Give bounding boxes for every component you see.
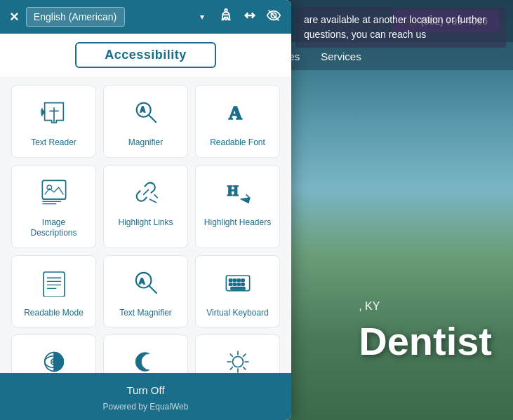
svg-rect-36: [231, 287, 245, 289]
language-dropdown-wrapper: English (American) Spanish French: [26, 7, 211, 27]
feature-monochrome[interactable]: Monochrome: [11, 334, 96, 373]
nav-services[interactable]: Services: [321, 50, 361, 62]
close-button[interactable]: ×: [10, 9, 19, 25]
turn-off-button[interactable]: Turn Off: [8, 381, 283, 399]
svg-text:A: A: [140, 106, 145, 114]
svg-line-5: [149, 115, 156, 122]
virtual-keyboard-label: Virtual Keyboard: [206, 308, 269, 319]
virtual-keyboard-icon: [224, 269, 252, 301]
panel-body: Text Reader A Magnifier A: [0, 76, 291, 373]
svg-line-46: [230, 355, 232, 357]
svg-marker-18: [241, 198, 250, 203]
header-icons: [218, 8, 281, 27]
svg-rect-33: [233, 283, 236, 285]
svg-rect-34: [237, 283, 240, 285]
readable-mode-icon: [40, 269, 68, 301]
feature-highlight-headers[interactable]: H Highlight Headers: [195, 165, 280, 248]
svg-text:H: H: [227, 183, 239, 198]
magnifier-icon: A: [132, 98, 160, 130]
svg-point-41: [232, 357, 243, 367]
svg-text:A: A: [139, 276, 145, 285]
svg-line-47: [243, 367, 245, 370]
readable-mode-label: Readable Mode: [24, 308, 84, 319]
feature-magnifier[interactable]: A Magnifier: [103, 85, 188, 158]
feature-highlight-links[interactable]: Highlight Links: [103, 165, 188, 248]
feature-readable-font[interactable]: A Readable Font: [195, 85, 280, 158]
svg-line-13: [149, 199, 156, 203]
svg-rect-29: [233, 279, 236, 281]
panel-footer: Turn Off Powered by EqualWeb: [0, 373, 291, 420]
language-select[interactable]: English (American) Spanish French: [26, 7, 125, 27]
svg-point-0: [225, 8, 227, 11]
dark-high-contrast-icon: [132, 348, 160, 373]
accessibility-icon[interactable]: [218, 8, 234, 27]
website-hero: , KY Dentist: [359, 300, 492, 364]
feature-virtual-keyboard[interactable]: Virtual Keyboard: [195, 255, 280, 328]
svg-line-25: [149, 286, 156, 293]
svg-rect-8: [42, 180, 65, 199]
svg-point-40: [53, 361, 55, 363]
svg-rect-30: [237, 279, 240, 281]
monochrome-icon: [40, 348, 68, 373]
features-grid: Text Reader A Magnifier A: [11, 85, 280, 373]
hide-icon[interactable]: [266, 8, 281, 27]
text-magnifier-label: Text Magnifier: [119, 308, 172, 319]
panel-header: × English (American) Spanish French: [0, 0, 291, 34]
svg-line-48: [243, 355, 245, 357]
bright-high-contrast-icon: [224, 348, 252, 373]
feature-text-magnifier[interactable]: A Text Magnifier: [103, 255, 188, 328]
svg-line-17: [246, 194, 249, 198]
svg-line-49: [230, 367, 232, 370]
readable-font-label: Readable Font: [210, 137, 265, 149]
readable-font-icon: A: [224, 98, 252, 130]
svg-rect-32: [229, 283, 232, 285]
accessibility-panel: × English (American) Spanish French: [0, 0, 291, 420]
resize-icon[interactable]: [242, 8, 258, 27]
text-magnifier-icon: A: [132, 269, 160, 301]
highlight-headers-icon: H: [224, 178, 252, 210]
text-reader-label: Text Reader: [31, 137, 76, 149]
image-descriptions-icon: [40, 178, 68, 210]
feature-dark-high-contrast[interactable]: Dark High-Contrast: [103, 334, 188, 373]
feature-text-reader[interactable]: Text Reader: [11, 85, 96, 158]
title-bar: Accessibility: [0, 34, 291, 76]
feature-image-descriptions[interactable]: Image Descriptions: [11, 165, 96, 248]
powered-by: Powered by EqualWeb: [8, 402, 283, 412]
highlight-links-label: Highlight Links: [118, 217, 173, 229]
svg-rect-28: [229, 279, 232, 281]
svg-rect-35: [241, 283, 244, 285]
feature-bright-high-contrast[interactable]: Bright High-Contrast: [195, 334, 280, 373]
panel-title: Accessibility: [75, 42, 216, 68]
svg-rect-19: [44, 272, 65, 297]
highlight-headers-label: Highlight Headers: [204, 217, 271, 229]
feature-readable-mode[interactable]: Readable Mode: [11, 255, 96, 328]
svg-line-14: [154, 194, 157, 198]
highlight-links-icon: [132, 178, 160, 210]
hero-title: Dentist: [359, 318, 492, 364]
hero-location: , KY: [359, 300, 492, 313]
magnifier-label: Magnifier: [128, 137, 163, 149]
image-descriptions-label: Image Descriptions: [19, 217, 88, 239]
text-reader-icon: [40, 98, 68, 130]
svg-text:A: A: [228, 102, 242, 123]
svg-rect-31: [241, 279, 244, 281]
website-banner: are available at another location or fur…: [295, 7, 506, 48]
